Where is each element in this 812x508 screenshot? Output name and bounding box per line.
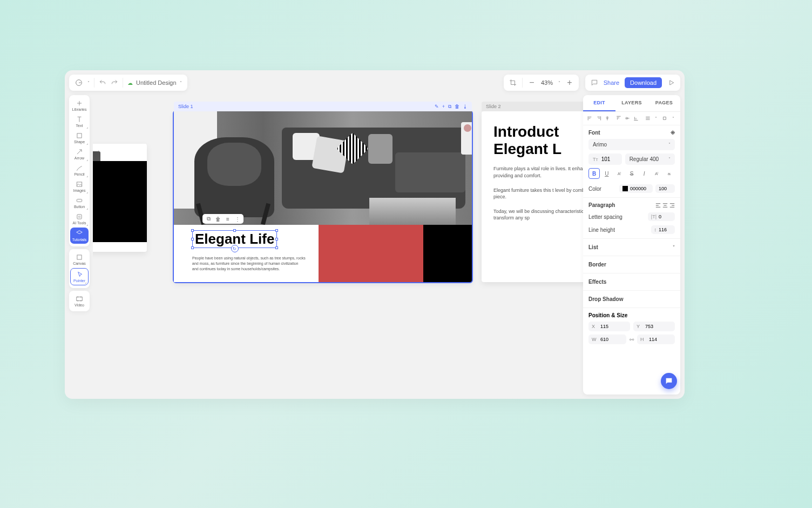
pos-x-input[interactable]: X	[588, 322, 630, 331]
tool-text[interactable]: Text	[69, 113, 90, 130]
play-icon[interactable]	[667, 79, 675, 86]
tool-label: Arrow	[75, 156, 84, 160]
svg-rect-3	[77, 199, 82, 202]
crop-icon[interactable]	[509, 79, 517, 86]
drop-shadow-section[interactable]: Drop Shadow	[583, 291, 680, 308]
tool-label: Pointer	[73, 279, 85, 283]
distribute-chevron[interactable]: ˅	[654, 115, 659, 122]
tool-tutorials[interactable]: Tutorials	[70, 228, 89, 244]
tool-ai-tools[interactable]: AI AI Tools	[69, 211, 90, 227]
tool-shape[interactable]: Shape	[69, 130, 90, 146]
chat-support-button[interactable]	[661, 373, 677, 389]
app-logo-icon[interactable]	[75, 78, 83, 87]
edit-icon[interactable]: ✎	[435, 104, 439, 110]
comment-icon[interactable]	[591, 79, 598, 86]
topbar-left: ˅ ☁ Untitled Design ˅	[69, 75, 187, 91]
tool-libraries[interactable]: Libraries	[69, 97, 90, 113]
align-vcenter-icon[interactable]	[625, 115, 630, 122]
selected-text-element[interactable]: Elegant Life ↻	[192, 230, 277, 248]
tab-layers[interactable]: LAYERS	[615, 95, 648, 111]
more-icon[interactable]: ⋮	[234, 216, 241, 222]
element-toolbar: ⧉ 🗑 ≡ ⋮	[202, 214, 243, 224]
delete-icon[interactable]: 🗑	[215, 216, 221, 222]
case-button[interactable]: Aᴵ	[651, 168, 662, 179]
zoom-out-icon[interactable]: −	[528, 79, 536, 86]
color-hex-input[interactable]	[619, 184, 653, 193]
tool-video[interactable]: Video	[69, 293, 90, 309]
color-opacity-value[interactable]	[659, 186, 672, 191]
download-button[interactable]: Download	[625, 77, 662, 88]
tool-label: Button	[74, 205, 85, 209]
line-height-value[interactable]	[659, 227, 672, 232]
text-style-buttons: B U Aᴵ S I Aᴵ aᵢ	[588, 168, 675, 179]
align-top-icon[interactable]	[616, 115, 621, 122]
svg-rect-7	[77, 297, 83, 301]
app-menu-chevron[interactable]: ˅	[87, 81, 90, 85]
zoom-value[interactable]: 43%	[541, 79, 553, 86]
copy-icon[interactable]: ⧉	[205, 216, 212, 222]
add-icon[interactable]: +	[442, 104, 445, 110]
slide-2-canvas[interactable]: Slide 2 Introduct Elegant L Furniture pl…	[482, 111, 583, 282]
text-align-left-icon[interactable]	[655, 203, 661, 208]
strikethrough-button[interactable]: S	[626, 168, 637, 179]
tool-canvas[interactable]: Canvas	[69, 251, 90, 268]
color-opacity-input[interactable]	[655, 184, 675, 193]
smallcaps-button[interactable]: Aᴵ	[613, 168, 625, 179]
underline-button[interactable]: U	[601, 168, 612, 179]
download-icon[interactable]: ⭳	[463, 104, 468, 110]
divider	[94, 78, 94, 88]
color-hex-value[interactable]	[630, 186, 649, 191]
border-section[interactable]: Border	[583, 256, 680, 273]
share-button[interactable]: Share	[604, 79, 619, 86]
size-w-input[interactable]: W	[588, 335, 626, 344]
tool-label: Text	[76, 124, 83, 128]
font-size-input[interactable]: Tт	[588, 153, 622, 165]
canvas-area[interactable]: ✎ + ⧉ 🗑 ⭳ Slide 1 ✎ +	[93, 95, 583, 395]
tool-pointer[interactable]: Pointer	[70, 268, 89, 285]
bold-button[interactable]: B	[588, 168, 600, 179]
align-hcenter-icon[interactable]	[605, 115, 610, 122]
delete-icon[interactable]: 🗑	[455, 104, 459, 110]
tab-pages[interactable]: PAGES	[648, 95, 680, 111]
text-align-right-icon[interactable]	[669, 203, 675, 208]
italic-button[interactable]: I	[639, 168, 650, 179]
align-right-icon[interactable]	[596, 115, 601, 122]
copy-icon[interactable]: ⧉	[448, 104, 451, 110]
text-align-center-icon[interactable]	[662, 203, 668, 208]
zoom-in-icon[interactable]: +	[566, 79, 573, 86]
align-bottom-icon[interactable]	[633, 115, 639, 122]
tool-pencil[interactable]: Pencil	[69, 162, 90, 178]
rotate-handle-icon[interactable]: ↻	[231, 245, 239, 252]
slide-0-preview[interactable]: ✎ + ⧉ 🗑 ⭳	[93, 144, 147, 252]
link-wh-icon[interactable]: ⚯	[630, 337, 634, 343]
redo-icon[interactable]	[111, 79, 118, 86]
tab-edit[interactable]: EDIT	[583, 95, 615, 111]
tool-label: Tutorials	[72, 238, 87, 242]
zoom-chevron[interactable]: ˅	[558, 81, 560, 85]
pos-y-input[interactable]: Y	[633, 322, 675, 331]
tool-arrow[interactable]: Arrow	[69, 146, 90, 162]
letter-spacing-value[interactable]	[659, 214, 672, 219]
letter-spacing-input[interactable]: |T|	[648, 212, 675, 221]
subscript-button[interactable]: aᵢ	[664, 168, 675, 179]
align-icon[interactable]: ≡	[225, 216, 231, 222]
font-family-select[interactable]: Arimo ˅	[588, 139, 675, 150]
tool-images[interactable]: Images	[69, 178, 90, 195]
tool-button[interactable]: Button	[69, 195, 90, 211]
font-settings-icon[interactable]: ⁜	[671, 130, 675, 136]
line-height-input[interactable]: ↕	[651, 225, 675, 234]
font-size-value[interactable]	[601, 156, 618, 162]
design-name[interactable]: ☁ Untitled Design ˅	[127, 79, 182, 86]
list-section[interactable]: List ˅	[583, 239, 680, 256]
arrange-chevron[interactable]: ˅	[671, 115, 676, 122]
size-h-input[interactable]: H	[637, 335, 675, 344]
slide-1-canvas[interactable]: Slide 1 ✎ + ⧉ 🗑 ⭳	[174, 111, 472, 282]
font-weight-select[interactable]: Regular 400 ˅	[625, 153, 675, 165]
arrange-icon[interactable]	[662, 115, 667, 122]
undo-icon[interactable]	[99, 79, 106, 86]
align-left-icon[interactable]	[587, 115, 593, 122]
color-block-black	[423, 225, 472, 282]
distribute-icon[interactable]	[645, 115, 651, 122]
design-name-chevron[interactable]: ˅	[180, 81, 182, 85]
effects-section[interactable]: Effects	[583, 273, 680, 291]
